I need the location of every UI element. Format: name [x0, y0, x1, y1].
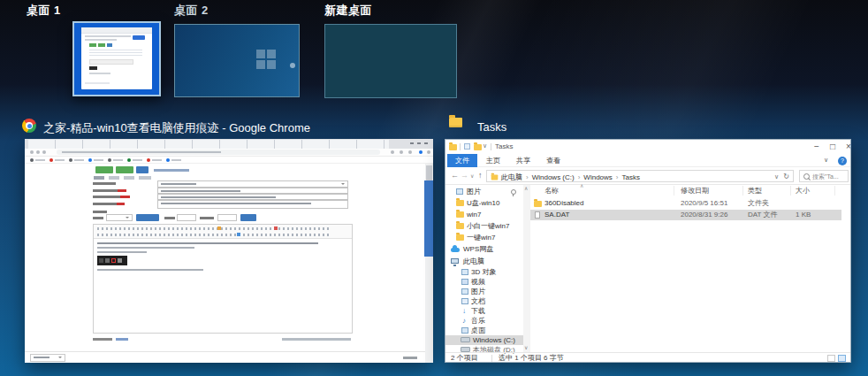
back-icon: [30, 150, 34, 154]
back-icon[interactable]: ←: [451, 171, 459, 180]
folder-icon: [449, 118, 462, 127]
address-bar[interactable]: 此电脑Windows (C:)WindowsTasks ∨ ↻: [486, 170, 794, 182]
file-name: SA.DAT: [544, 210, 569, 220]
ribbon-tab-share[interactable]: 共享: [516, 154, 530, 167]
text-line: [85, 39, 117, 41]
file-list: ∧ 名称 修改日期 类型 大小 360Disabled 2020/9/5 16:…: [530, 185, 850, 352]
counter-text-stub: [403, 357, 417, 359]
sidebar-item-label: 视频: [471, 277, 485, 287]
chrome-window-title[interactable]: 之家-精品-win10查看电脑使用痕迹 - Google Chrome: [43, 120, 310, 136]
mini-toolbar: [89, 59, 133, 65]
maximize-button[interactable]: □: [826, 140, 840, 153]
column-header-date[interactable]: 修改日期: [681, 185, 709, 196]
text-stub: [200, 217, 214, 219]
explorer-window-title[interactable]: Tasks: [477, 120, 506, 134]
text-line: [85, 35, 131, 37]
close-button[interactable]: ×: [841, 140, 856, 153]
editor-text-line: [97, 242, 318, 244]
sidebar-item-label: 文档: [471, 296, 485, 306]
column-header-size[interactable]: 大小: [796, 185, 810, 196]
quick-access-caret-icon[interactable]: ∨: [483, 142, 487, 150]
up-icon[interactable]: ↑: [478, 171, 483, 180]
bookmark-item: [30, 158, 45, 162]
refresh-icon[interactable]: ↻: [783, 173, 789, 180]
column-divider[interactable]: [742, 186, 743, 196]
list-view-toggle-icon[interactable]: [827, 355, 835, 362]
titlebar-text: Tasks: [495, 142, 513, 150]
column-header-type[interactable]: 类型: [748, 185, 762, 196]
editor-path-bar: [93, 336, 353, 343]
sidebar-scrollbar[interactable]: ∧ ∨: [523, 185, 530, 352]
mini-green-button: [89, 43, 96, 47]
ribbon-tab-view[interactable]: 查看: [546, 154, 560, 167]
counter-text-stub: [282, 338, 351, 341]
history-caret-icon[interactable]: ∨: [470, 173, 474, 179]
page-bottom-bar: [25, 351, 433, 363]
page-blue-button: [136, 166, 148, 173]
form-label-stub: [93, 189, 126, 192]
forward-icon[interactable]: →: [461, 171, 468, 180]
column-header-name[interactable]: 名称: [544, 185, 559, 196]
column-divider[interactable]: [790, 186, 791, 196]
embedded-screenshot-block: [97, 256, 127, 265]
file-row-360disabled[interactable]: 360Disabled 2020/9/5 16:51 文件夹: [530, 198, 841, 209]
pictures-icon: [461, 288, 468, 295]
file-date: 2020/8/31 9:26: [681, 210, 727, 220]
desktop-1-thumbnail[interactable]: [72, 21, 161, 96]
desktop-2-thumbnail[interactable]: [174, 24, 300, 97]
address-caret-icon[interactable]: ∨: [774, 173, 779, 180]
breadcrumb-tasks[interactable]: Tasks: [613, 173, 640, 181]
form-input: [157, 194, 348, 200]
3d-objects-icon: [461, 269, 468, 275]
explorer-window-preview[interactable]: ∨ Tasks − □ × 文件 主页 共享 查看 ∨ ? ← → ∨ ↑ 此电…: [445, 139, 851, 363]
help-icon[interactable]: ?: [838, 157, 847, 165]
form-line: [89, 52, 142, 53]
ribbon-tab-file[interactable]: 文件: [447, 154, 477, 167]
editor-toolbar: [94, 225, 352, 239]
form-select-small: [106, 214, 133, 221]
file-row-sadat-selected[interactable]: SA.DAT 2020/8/31 9:26 DAT 文件 1 KB: [530, 210, 841, 220]
desktop-icon-dot: [290, 63, 295, 68]
explorer-ribbon: 文件 主页 共享 查看 ∨ ?: [445, 154, 850, 167]
chrome-window-preview[interactable]: [25, 139, 433, 363]
column-divider[interactable]: [674, 186, 674, 196]
minimize-button[interactable]: −: [810, 140, 824, 153]
page-tab-stub: [94, 176, 104, 180]
upload-button: [136, 214, 159, 221]
scroll-down-icon[interactable]: ∨: [524, 344, 528, 350]
search-box[interactable]: 搜索"Ta...: [799, 170, 849, 182]
sidebar-item-label: WPS网盘: [463, 244, 493, 254]
new-desktop-label[interactable]: 新建桌面: [324, 3, 372, 19]
file-size: 1 KB: [796, 210, 811, 220]
quick-access-icon[interactable]: [464, 143, 470, 150]
column-divider[interactable]: [834, 186, 835, 196]
ribbon-collapse-icon[interactable]: ∨: [824, 157, 828, 164]
desktop-2-label[interactable]: 桌面 2: [174, 3, 209, 19]
divider: [491, 143, 491, 150]
folder-icon: [456, 223, 464, 229]
details-view-toggle-icon[interactable]: [838, 355, 846, 362]
breadcrumb-windows[interactable]: Windows: [575, 173, 613, 181]
breadcrumb-drive-c[interactable]: Windows (C:): [522, 173, 575, 181]
sidebar-item-label: 音乐: [471, 316, 485, 326]
new-desktop-thumbnail[interactable]: [324, 24, 457, 98]
sidebar-item-drive-c-selected[interactable]: Windows (C:): [445, 335, 523, 345]
ribbon-tab-home[interactable]: 主页: [486, 154, 500, 167]
desktop-1-label[interactable]: 桌面 1: [27, 3, 61, 19]
folder-icon: [456, 200, 464, 206]
editor-text-line: [97, 251, 147, 253]
form-input-small: [177, 214, 196, 221]
folder-icon: [534, 201, 542, 207]
documents-icon: [461, 298, 468, 304]
menu-icon: [427, 150, 430, 154]
maximize-icon: [417, 142, 421, 144]
search-text: 搜索"Ta...: [812, 173, 839, 181]
status-item-count: 2 个项目: [451, 353, 478, 364]
breadcrumb-this-pc[interactable]: 此电脑: [501, 173, 522, 181]
quick-access-folder-icon[interactable]: [474, 144, 482, 150]
scroll-up-icon[interactable]: ∧: [524, 185, 528, 191]
web-page-content: [25, 164, 433, 363]
form-label-stub: [93, 211, 107, 213]
bookmark-item: [147, 158, 162, 162]
minimize-icon: [410, 142, 414, 144]
